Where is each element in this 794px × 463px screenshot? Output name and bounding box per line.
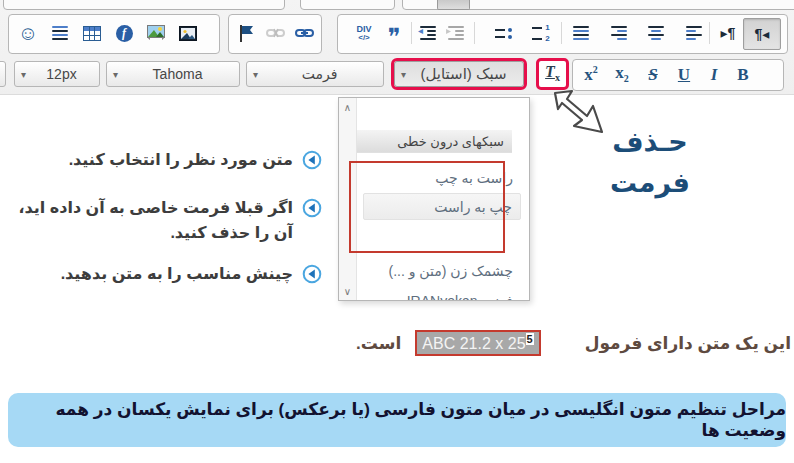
toolbar-group-paragraph: DIV </> ❞ ◂ ▸: [337, 14, 788, 54]
formula-example-line: این یک متن دارای فرمول ABC 21.2 x 255 اس…: [356, 330, 791, 356]
toolbar-separator: [474, 22, 475, 44]
align-left-icon: [686, 26, 702, 40]
instruction-text: اگر قبلا فرمت خاصی به آن داده اید، آن را…: [6, 196, 293, 246]
justify-icon: [573, 26, 589, 40]
smiley-icon: ☺: [18, 23, 38, 43]
style-option-rtl[interactable]: راست به چپ: [363, 164, 521, 191]
align-left-button[interactable]: [679, 18, 709, 48]
formula-prefix: این یک متن دارای فرمول: [585, 333, 791, 354]
link-icon: [295, 27, 314, 39]
superscript-button[interactable]: x2: [577, 60, 605, 88]
style-option-ltr[interactable]: چپ به راست: [363, 193, 521, 220]
unlink-icon: [266, 27, 285, 39]
clipped-combo[interactable]: [0, 61, 6, 87]
styles-value: سبک (استایل): [410, 65, 517, 83]
selected-formula-text[interactable]: ABC 21.2 x 255: [415, 330, 540, 356]
annotation-title-line1: حـذف: [586, 122, 714, 163]
horizontal-rule-button[interactable]: [45, 18, 75, 48]
list-item: اگر قبلا فرمت خاصی به آن داده اید، آن را…: [6, 196, 322, 246]
subscript-icon: x2: [615, 64, 629, 84]
list-item: چینش مناسب را به متن بدهید.: [0, 262, 322, 287]
anchor-button[interactable]: [231, 18, 261, 48]
strikethrough-icon: S: [648, 66, 657, 83]
format-value: فرمت: [262, 66, 377, 82]
toolbar-group-basicstyles: x2 x2 S U I B: [572, 59, 784, 91]
formula-superscript: 5: [526, 333, 534, 345]
dropdown-scrollbar[interactable]: ∧ ∨: [339, 98, 357, 300]
scroll-up-icon[interactable]: ∧: [339, 99, 356, 115]
image-gallery-icon: [147, 25, 165, 41]
clipped-button-group: [3, 0, 285, 10]
superscript-icon: x2: [584, 65, 598, 83]
toolbar-group-insert: ☺ f: [8, 14, 220, 54]
align-center-icon: [648, 26, 664, 40]
annotation-title-line2: فرمت: [586, 163, 714, 204]
justify-button[interactable]: [566, 18, 596, 48]
align-right-button[interactable]: [604, 18, 634, 48]
font-family-combo[interactable]: ▾ Tahoma: [106, 61, 240, 87]
blockquote-button[interactable]: ❞: [379, 18, 409, 48]
indent-icon: ▸: [448, 26, 464, 40]
underline-button[interactable]: U: [670, 60, 698, 88]
smiley-button[interactable]: ☺: [13, 18, 43, 48]
text-direction-ltr-button[interactable]: ▸¶: [713, 18, 743, 48]
list-item: متن مورد نظر را انتخاب کنید.: [0, 148, 322, 173]
chevron-down-icon: ▾: [113, 69, 118, 80]
flash-button[interactable]: f: [109, 18, 139, 48]
link-button[interactable]: [289, 18, 319, 48]
strikethrough-button[interactable]: S: [639, 60, 667, 88]
div-container-icon: DIV </>: [356, 25, 371, 42]
remove-format-button[interactable]: Tx: [539, 61, 566, 87]
bold-icon: B: [737, 66, 748, 83]
remove-format-icon: Tx: [545, 64, 560, 83]
style-option-iranyekan-font[interactable]: فونت IRANyekan: [363, 287, 521, 301]
format-combo[interactable]: ▾ فرمت: [246, 61, 384, 87]
table-icon: [83, 26, 101, 41]
dropdown-group-header: سبکهای درون خطی: [339, 130, 512, 153]
table-button[interactable]: [77, 18, 107, 48]
bold-button[interactable]: B: [729, 60, 757, 88]
toolbar-separator: [411, 22, 412, 44]
numbered-list-icon: 1 2: [532, 23, 549, 43]
bulleted-list-icon: [495, 28, 512, 39]
flash-icon: f: [116, 25, 133, 42]
italic-button[interactable]: I: [700, 60, 728, 88]
image-gallery-button[interactable]: [141, 18, 171, 48]
toolbar-separator: [709, 22, 710, 44]
formula-suffix: است.: [356, 333, 401, 354]
toolbar-group-links: [228, 14, 322, 54]
toolbar-separator: [561, 22, 562, 44]
scroll-down-icon[interactable]: ∨: [339, 283, 356, 299]
footer-note-text: مراحل تنظیم متون انگلیسی در میان متون فا…: [8, 399, 786, 441]
font-size-value: 12px: [30, 66, 93, 82]
font-family-value: Tahoma: [122, 66, 233, 82]
numbered-list-button[interactable]: 1 2: [526, 18, 556, 48]
indent-button[interactable]: ▸: [441, 18, 471, 48]
style-option-blink[interactable]: چشمک زن (متن و ...): [363, 257, 521, 284]
clipped-pressed-button[interactable]: [437, 0, 470, 10]
align-center-button[interactable]: [641, 18, 671, 48]
italic-icon: I: [711, 66, 718, 83]
outdent-button[interactable]: ◂: [413, 18, 443, 48]
rtl-icon: ¶◂: [755, 26, 770, 42]
unlink-button[interactable]: [260, 18, 290, 48]
subscript-button[interactable]: x2: [608, 60, 636, 88]
styles-combo[interactable]: ▾ سبک (استایل): [394, 61, 524, 87]
chevron-down-icon: ▾: [401, 69, 406, 80]
create-div-button[interactable]: DIV </>: [349, 18, 379, 48]
align-right-icon: [611, 26, 627, 40]
image-button[interactable]: [173, 18, 203, 48]
instruction-text: متن مورد نظر را انتخاب کنید.: [69, 148, 293, 173]
anchor-flag-icon: [239, 25, 254, 42]
font-size-combo[interactable]: ▾ 12px: [14, 61, 100, 87]
bulleted-list-button[interactable]: [488, 18, 518, 48]
formula-selected-text: ABC 21.2 x 25: [422, 335, 525, 352]
text-direction-rtl-button[interactable]: ¶◂: [743, 18, 781, 50]
bullet-arrow-icon: [302, 264, 322, 284]
outdent-icon: ◂: [420, 26, 436, 40]
image-icon: [179, 26, 197, 41]
instruction-text: چینش مناسب را به متن بدهید.: [61, 262, 293, 287]
annotation-title-remove-format: حـذف فرمت: [586, 122, 714, 203]
blockquote-icon: ❞: [388, 25, 401, 49]
ltr-icon: ▸¶: [721, 25, 736, 41]
